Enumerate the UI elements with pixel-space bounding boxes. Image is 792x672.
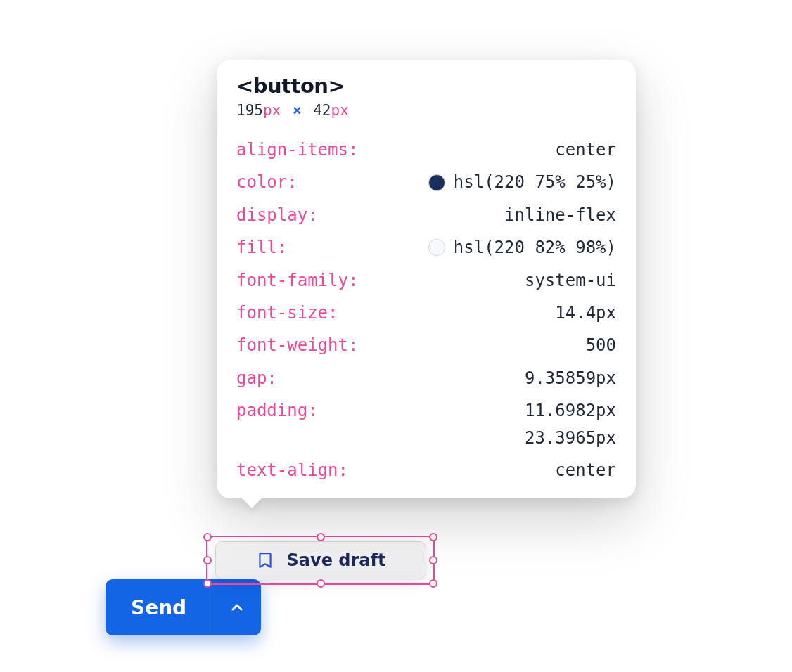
dim-height-unit: px — [331, 102, 349, 119]
send-button[interactable]: Send — [106, 579, 212, 635]
color-swatch — [428, 239, 445, 256]
inspected-element-tag: <button> — [236, 74, 616, 98]
css-property-row: align-itemscenter — [236, 138, 616, 161]
dim-height: 42 — [313, 102, 331, 119]
selection-handle[interactable] — [203, 533, 212, 541]
inspected-element-dimensions: 195px × 42px — [236, 102, 616, 119]
css-property-row: font-size14.4px — [236, 302, 616, 324]
selection-handle[interactable] — [317, 533, 325, 541]
send-split-button: Send — [106, 579, 261, 635]
css-property-value: hsl(220 82% 98%) — [295, 236, 616, 259]
send-label: Send — [131, 596, 186, 619]
css-property-value-text: 14.4px — [555, 302, 616, 324]
save-draft-label: Save draft — [287, 550, 386, 570]
css-property-name: gap — [236, 367, 277, 389]
css-property-value: 500 — [366, 334, 616, 356]
save-draft-button[interactable]: Save draft — [215, 541, 426, 579]
css-property-row: displayinline-flex — [236, 204, 616, 226]
css-property-row: fillhsl(220 82% 98%) — [236, 236, 616, 259]
css-inspector-tooltip: <button> 195px × 42px align-itemscenterc… — [217, 60, 636, 498]
css-property-name: fill — [236, 236, 287, 259]
css-property-value-text: 9.35859px — [525, 367, 616, 389]
css-property-value-line: 11.6982px — [525, 399, 616, 422]
chevron-up-icon — [229, 599, 245, 616]
css-property-value-text: hsl(220 75% 25%) — [454, 171, 616, 193]
selection-handle[interactable] — [317, 579, 325, 588]
css-property-name: font-size — [236, 302, 338, 324]
css-property-value: 9.35859px — [286, 367, 616, 389]
css-property-name: display — [236, 204, 318, 226]
dim-separator: × — [293, 102, 302, 119]
css-property-row: padding11.6982px23.3965px — [236, 399, 616, 449]
css-property-value: 11.6982px23.3965px — [326, 399, 616, 449]
css-property-value: inline-flex — [326, 204, 616, 226]
css-property-name: text-align — [236, 459, 348, 482]
css-property-list: align-itemscentercolorhsl(220 75% 25%)di… — [236, 138, 616, 482]
selection-handle[interactable] — [429, 533, 437, 541]
css-property-value: 14.4px — [347, 302, 617, 324]
css-property-value-text: 500 — [586, 334, 616, 356]
send-more-button[interactable] — [212, 579, 261, 635]
css-property-name: font-family — [236, 269, 358, 292]
css-property-row: colorhsl(220 75% 25%) — [236, 171, 616, 193]
css-property-value-text: center — [555, 138, 616, 161]
css-property-name: color — [236, 171, 298, 193]
css-property-value: hsl(220 75% 25%) — [306, 171, 616, 193]
color-swatch — [428, 174, 445, 191]
css-property-name: font-weight — [236, 334, 358, 356]
dim-width-unit: px — [263, 102, 281, 119]
css-property-row: font-weight500 — [236, 334, 616, 356]
css-property-value-text: hsl(220 82% 98%) — [454, 236, 616, 259]
bookmark-icon — [256, 551, 274, 569]
css-property-value: center — [357, 459, 616, 482]
css-property-value-text: center — [555, 459, 616, 482]
css-property-row: gap9.35859px — [236, 367, 616, 389]
css-property-row: text-aligncenter — [236, 459, 616, 482]
selection-handle[interactable] — [203, 556, 212, 564]
css-property-row: font-familysystem-ui — [236, 269, 616, 292]
selection-handle[interactable] — [429, 556, 437, 564]
css-property-value: system-ui — [366, 269, 616, 292]
css-property-value-line: 23.3965px — [525, 427, 616, 449]
inspected-button-wrapper: Save draft — [206, 536, 435, 585]
css-property-value-text: system-ui — [525, 269, 616, 292]
selection-handle[interactable] — [429, 579, 437, 588]
css-property-name: align-items — [236, 138, 358, 161]
css-property-name: padding — [236, 399, 318, 422]
inspector-header: <button> 195px × 42px — [236, 74, 616, 119]
css-property-value-text: inline-flex — [504, 204, 616, 226]
css-property-value: center — [366, 138, 616, 161]
dim-width: 195 — [236, 102, 263, 119]
